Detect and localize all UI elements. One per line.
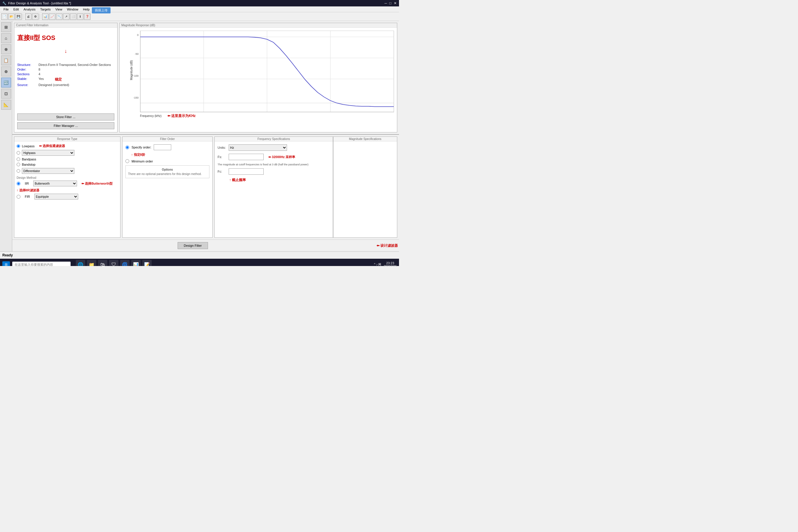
filter-info-panel: Current Filter Information 直接II型 SOS ↓ [14,23,117,132]
fc-annotation: ↑ 截止频率 [217,178,330,183]
app-icon: 🔧 [2,1,6,5]
taskbar-app-chrome[interactable]: 🌀 [120,260,130,266]
order8-annotation: ↑ 指定8阶 [126,153,209,157]
sidebar-icon-1[interactable]: ⊞ [1,22,11,32]
design-method-label: Design Method [17,176,118,179]
toolbar-btn8[interactable]: ℹ [77,14,83,20]
response-type-panel: Response Type Lowpass ⬅ 选择低通滤波器 [14,136,120,238]
toolbar-btn5[interactable]: 📉 [56,14,62,20]
order-content: Specify order: 8 ↑ 指定8阶 Minimum order [122,141,212,181]
status-text: Ready [2,253,13,257]
prop-stable: Stable: Yes 稳定 [17,77,114,82]
units-label: Units: [217,146,226,149]
close-btn[interactable]: ✕ [394,1,397,5]
highpass-radio[interactable] [17,151,20,155]
sidebar-icon-5[interactable]: ⊛ [1,66,11,76]
filter-manager-btn[interactable]: Filter Manager ... [17,122,114,129]
bandstop-radio[interactable] [17,163,20,166]
specify-order-label: Specify order: [132,146,151,149]
minimum-order-radio[interactable] [126,159,129,163]
toolbar-btn6[interactable]: ↗ [63,14,70,20]
order-input[interactable]: 8 [154,145,171,150]
menu-view[interactable]: View [53,7,65,12]
taskbar-app-explorer[interactable]: 📁 [87,260,96,266]
fs-input[interactable]: 32000 [229,154,264,160]
y-axis-label: Magnitude (dB) [130,60,133,80]
bandpass-row: Bandpass [17,157,118,161]
toolbar-btn9[interactable]: ❓ [84,14,90,20]
fs-annotation: ⬅ 32000Hz 采样率 [268,155,295,159]
taskbar-app-word[interactable]: 📝 [142,260,152,266]
sidebar-icon-7[interactable]: ⊡ [1,89,11,99]
taskbar-app-matlab[interactable]: 📊 [131,260,140,266]
minimize-btn[interactable]: ─ [384,1,387,5]
iir-radio[interactable] [17,182,20,186]
window-title: Filter Design & Analysis Tool - [untitle… [8,1,71,5]
frequency-content: Units: Hz Fs: 32000 ⬅ 32000Hz 采样率 The ma… [215,141,333,186]
iir-annotation: ↑ 选择IIR滤波器 [17,188,118,192]
bandstop-row: Bandstop [17,163,118,166]
toolbar-open[interactable]: 📂 [8,14,15,20]
toolbar-print[interactable]: 🖨 [25,14,32,20]
magnitude-specs-content [334,141,397,146]
sections-label: Sections [17,72,36,76]
sidebar-icon-2[interactable]: ⌂ [1,33,11,43]
fir-label: FIR [25,195,30,198]
highpass-row: Highpass [17,150,118,156]
toolbar-new[interactable]: 📄 [1,14,7,20]
menu-targets[interactable]: Targets [38,7,53,12]
store-filter-btn[interactable]: Store Filter ... [17,113,114,120]
response-radio-group: Lowpass ⬅ 选择低通滤波器 Highpass [17,144,118,174]
toolbar-btn3[interactable]: 📊 [42,14,49,20]
menu-help[interactable]: Help [81,7,92,12]
taskbar-search[interactable] [12,262,71,266]
sidebar-icon-6[interactable]: 🔣 [1,78,11,88]
toolbar-save[interactable]: 💾 [15,14,22,20]
lowpass-radio[interactable] [17,145,20,148]
design-method: Design Method IIR Butterworth ⬅ 选择Butter… [17,176,118,200]
order-label: Order: [17,68,36,71]
units-select[interactable]: Hz [229,145,287,151]
butterworth-select[interactable]: Butterworth [33,180,77,186]
taskbar-app-antivirus[interactable]: 🛡 [109,260,118,266]
prop-sections: Sections 4 [17,72,114,76]
stable-value: Yes [38,77,44,82]
filter-order-title: Filter Order [122,137,212,141]
menu-edit[interactable]: Edit [11,7,21,12]
toolbar-btn4[interactable]: 📈 [49,14,55,20]
differentiator-radio[interactable] [17,169,20,173]
taskbar-app-store[interactable]: 🛍 [98,260,107,266]
sidebar-icon-8[interactable]: 📐 [1,100,11,110]
stable-label: Stable: [17,77,36,82]
bandpass-radio[interactable] [17,157,20,161]
menu-analysis[interactable]: Analysis [21,7,38,12]
fc-input[interactable]: 10000 [229,168,264,175]
toolbar-sep1 [23,14,24,20]
fir-radio[interactable] [17,195,20,198]
differentiator-select[interactable]: Differentiator [22,168,74,174]
fs-row: Fs: 32000 ⬅ 32000Hz 采样率 [217,154,330,160]
taskbar-app-edge[interactable]: 🌐 [76,260,85,266]
taskbar: ⊞ 🌐 📁 🛍 🛡 🌀 📊 📝 ^ ♪ 网 23:23 2020/3/26 [0,259,399,266]
toolbar: 📄 📂 💾 🖨 ⚙ 📊 📈 📉 ↗ ⬜ ℹ ❓ [0,12,399,21]
filter-type-label: 直接II型 SOS [17,34,55,41]
fir-select[interactable]: Equiripple [34,194,78,200]
menu-window[interactable]: Window [64,7,80,12]
design-filter-button[interactable]: Design Filter [178,242,208,249]
sidebar-icon-4[interactable]: 📋 [1,55,11,65]
menu-file[interactable]: File [1,7,11,12]
title-bar-left: 🔧 Filter Design & Analysis Tool - [untit… [2,1,71,5]
toolbar-btn7[interactable]: ⬜ [70,14,76,20]
fs-label: Fs: [217,155,226,159]
main-content: ⊞ ⌂ ⊗ 📋 ⊛ 🔣 ⊡ 📐 Current Filter Informati… [0,21,399,251]
window-controls[interactable]: ─ □ ✕ [384,1,397,5]
start-button[interactable]: ⊞ [2,261,10,266]
sidebar-icon-3[interactable]: ⊗ [1,44,11,54]
highpass-select[interactable]: Highpass [22,150,74,156]
toolbar-btn2[interactable]: ⚙ [32,14,38,20]
specify-order-radio[interactable] [126,146,129,149]
maximize-btn[interactable]: □ [390,1,392,5]
frequency-specs-title: Frequency Specifications [215,137,333,141]
upload-button[interactable]: 插插上传 [92,7,111,14]
response-content: Lowpass ⬅ 选择低通滤波器 Highpass [14,141,120,204]
